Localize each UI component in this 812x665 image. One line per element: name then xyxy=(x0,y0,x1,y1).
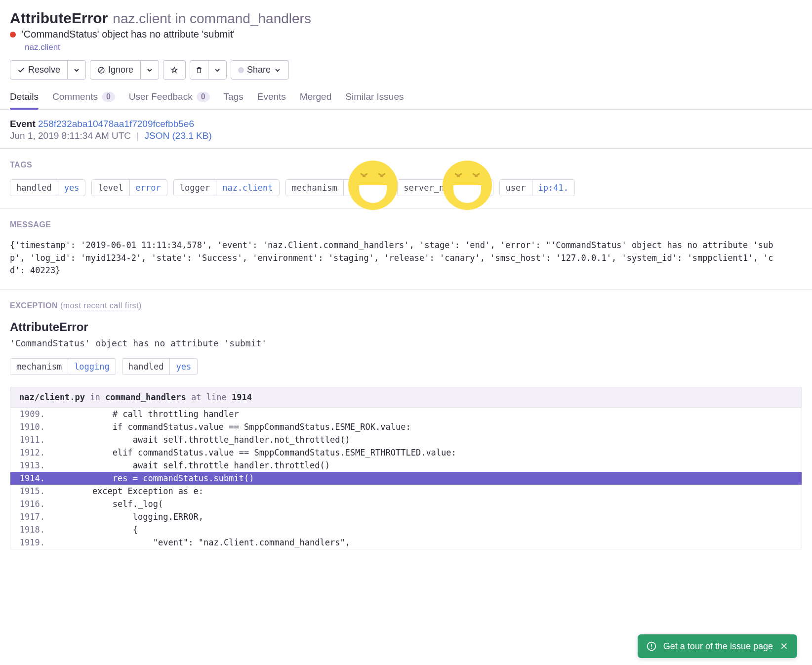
chevron-down-icon xyxy=(146,66,154,74)
code-row: 1909. # call throttling handler xyxy=(10,408,802,420)
frame-function: command_handlers xyxy=(105,392,186,402)
tag-value-link[interactable]: naz.client xyxy=(216,180,279,196)
tag-key: level xyxy=(92,180,129,196)
event-id-link[interactable]: 258f232aba10478aa1f7209fcefbb5e6 xyxy=(38,119,194,129)
tab-user-feedback[interactable]: User Feedback0 xyxy=(129,87,210,109)
tab-details[interactable]: Details xyxy=(10,87,39,109)
share-dot-icon xyxy=(238,67,244,73)
frame-in-word: in xyxy=(90,392,100,402)
code-line-number: 1910. xyxy=(10,420,52,433)
tag-key: user xyxy=(500,180,532,196)
code-row: 1918. { xyxy=(10,523,802,536)
tab-comments[interactable]: Comments0 xyxy=(52,87,115,109)
tab-tags-label: Tags xyxy=(224,91,244,102)
tab-similar[interactable]: Similar Issues xyxy=(345,87,404,109)
tab-similar-label: Similar Issues xyxy=(345,91,404,102)
tag-pill: handledyes xyxy=(10,179,85,196)
frame-file: naz/client.py xyxy=(19,392,85,402)
tab-user-feedback-label: User Feedback xyxy=(129,91,193,102)
code-row: 1916. self._log( xyxy=(10,498,802,510)
share-label: Share xyxy=(247,65,271,75)
resolve-chevron-button[interactable] xyxy=(67,61,85,79)
delete-button[interactable] xyxy=(190,61,208,79)
status-dot-icon xyxy=(10,32,16,38)
tag-key: mechanism xyxy=(286,180,343,196)
message-body: {'timestamp': '2019-06-01 11:11:34,578',… xyxy=(10,239,802,277)
delete-chevron-button[interactable] xyxy=(208,61,226,79)
frame-line-number: 1914 xyxy=(232,392,252,402)
tag-value-link[interactable]: error xyxy=(129,180,167,196)
code-line-number: 1919. xyxy=(10,536,52,549)
tag-value-link[interactable]: yes xyxy=(58,180,85,196)
ignore-label: Ignore xyxy=(108,65,133,75)
comments-count-badge: 0 xyxy=(102,92,115,102)
code-row: 1913. await self.throttle_handler.thrott… xyxy=(10,459,802,472)
laughing-emoji-overlay xyxy=(443,161,492,210)
code-line-text: self._log( xyxy=(52,498,802,510)
code-line-text: if commandStatus.value == SmppCommandSta… xyxy=(52,420,802,433)
issue-subtitle: 'CommandStatus' object has no attribute … xyxy=(22,29,235,40)
breadcrumb-link[interactable]: naz.client xyxy=(25,42,60,52)
bookmark-button[interactable] xyxy=(163,60,186,80)
tag-pill: levelerror xyxy=(91,179,167,196)
code-line-text: except Exception as e: xyxy=(52,485,802,498)
code-line-number: 1916. xyxy=(10,498,52,510)
svg-line-1 xyxy=(99,68,103,72)
stack-frame-header[interactable]: naz/client.py in command_handlers at lin… xyxy=(10,387,802,408)
share-button[interactable]: Share xyxy=(231,60,289,80)
exception-order-note[interactable]: most recent call first xyxy=(63,301,139,310)
tab-tags[interactable]: Tags xyxy=(224,87,244,109)
check-icon xyxy=(17,66,25,74)
resolve-label: Resolve xyxy=(28,65,60,75)
code-row: 1914. res = commandStatus.submit() xyxy=(10,472,802,485)
trash-icon xyxy=(195,66,203,74)
tag-value-link[interactable]: ip:41. xyxy=(532,180,574,196)
event-json-link[interactable]: JSON (23.1 KB) xyxy=(145,130,212,141)
code-line-text: elif commandStatus.value == SmppCommandS… xyxy=(52,446,802,459)
ignore-chevron-button[interactable] xyxy=(140,61,159,79)
code-row: 1912. elif commandStatus.value == SmppCo… xyxy=(10,446,802,459)
code-line-number: 1913. xyxy=(10,459,52,472)
resolve-button[interactable]: Resolve xyxy=(10,61,67,79)
code-line-text: { xyxy=(52,523,802,536)
code-line-text: "event": "naz.Client.command_handlers", xyxy=(52,536,802,549)
event-separator: | xyxy=(136,130,139,141)
code-line-number: 1912. xyxy=(10,446,52,459)
chevron-down-icon xyxy=(274,66,282,74)
tags-section-heading: TAGS xyxy=(10,161,802,169)
code-line-text: res = commandStatus.submit() xyxy=(52,472,802,485)
ignore-button-group: Ignore xyxy=(90,60,159,80)
code-line-number: 1911. xyxy=(10,433,52,446)
exception-title: AttributeError xyxy=(10,320,802,334)
exception-section-heading: EXCEPTION (most recent call first) xyxy=(10,301,802,310)
code-line-text: await self.throttle_handler.throttled() xyxy=(52,459,802,472)
tag-pill: userip:41. xyxy=(499,179,575,196)
exception-heading-text: EXCEPTION xyxy=(10,301,58,310)
event-timestamp: Jun 1, 2019 8:11:34 AM UTC xyxy=(10,130,131,141)
event-label: Event xyxy=(10,119,36,129)
exception-detail: 'CommandStatus' object has no attribute … xyxy=(10,338,802,348)
tag-key: handled xyxy=(122,359,170,374)
code-row: 1911. await self.throttle_handler.not_th… xyxy=(10,433,802,446)
tab-merged[interactable]: Merged xyxy=(300,87,331,109)
code-line-number: 1917. xyxy=(10,510,52,523)
code-line-number: 1909. xyxy=(10,408,52,420)
tab-events[interactable]: Events xyxy=(257,87,286,109)
tab-events-label: Events xyxy=(257,91,286,102)
code-row: 1910. if commandStatus.value == SmppComm… xyxy=(10,420,802,433)
laughing-emoji-overlay xyxy=(348,161,398,210)
issue-tabs: Details Comments0 User Feedback0 Tags Ev… xyxy=(0,87,812,110)
tag-pill: mechanismlogging xyxy=(10,358,116,375)
code-row: 1917. logging.ERROR, xyxy=(10,510,802,523)
tag-pill: loggernaz.client xyxy=(173,179,280,196)
code-row: 1919. "event": "naz.Client.command_handl… xyxy=(10,536,802,549)
code-line-text: logging.ERROR, xyxy=(52,510,802,523)
ignore-button[interactable]: Ignore xyxy=(90,61,140,79)
tag-pill: handledyes xyxy=(122,358,198,375)
tag-value-link[interactable]: yes xyxy=(169,359,197,374)
tab-comments-label: Comments xyxy=(52,91,98,102)
tag-value-link[interactable]: logging xyxy=(68,359,116,374)
chevron-down-icon xyxy=(213,66,221,74)
message-section-heading: MESSAGE xyxy=(10,220,802,229)
tag-key: logger xyxy=(174,180,216,196)
